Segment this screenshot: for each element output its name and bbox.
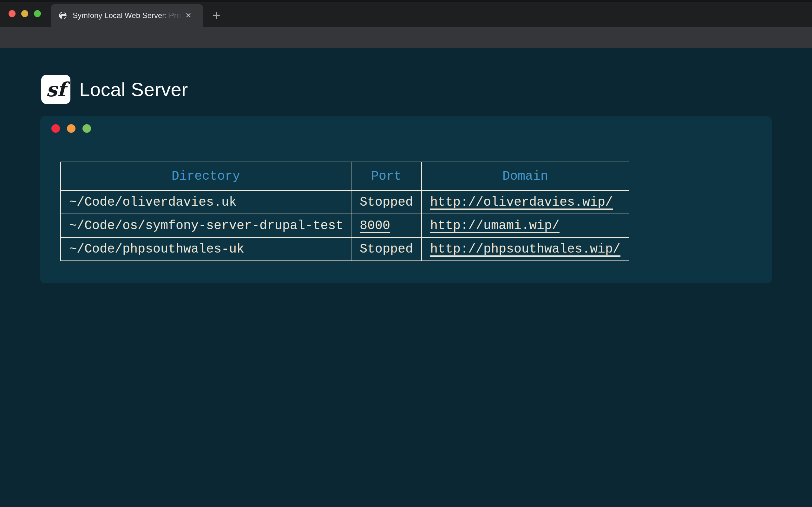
table-row: ~/Code/phpsouthwales-uk Stopped http://p… (61, 237, 629, 261)
symfony-logo: sf (41, 75, 70, 104)
port-link[interactable]: 8000 (360, 219, 390, 233)
domain-cell: http://umami.wip/ (421, 214, 629, 237)
tab-title: Symfony Local Web Server: Prox (72, 11, 182, 20)
domain-link[interactable]: http://umami.wip/ (430, 219, 560, 233)
directory-cell: ~/Code/phpsouthwales-uk (61, 237, 351, 261)
panel-dot-green (83, 124, 91, 133)
window-close-button[interactable] (9, 10, 15, 17)
servers-table: Directory Port Domain ~/Code/oliverdavie… (60, 162, 629, 261)
port-status: Stopped (351, 237, 421, 261)
page-content: sf Local Server Directory Port Domain ~/… (0, 48, 812, 507)
panel-dot-red (51, 124, 60, 133)
new-tab-button[interactable]: + (209, 8, 224, 23)
browser-tab[interactable]: Symfony Local Web Server: Prox × (51, 4, 203, 27)
domain-cell: http://oliverdavies.wip/ (421, 190, 629, 214)
window-zoom-button[interactable] (34, 10, 41, 17)
table-row: ~/Code/oliverdavies.uk Stopped http://ol… (61, 190, 629, 214)
window-controls (9, 10, 41, 17)
port-status: Stopped (351, 190, 421, 214)
domain-link[interactable]: http://oliverdavies.wip/ (430, 195, 613, 210)
browser-toolbar: localhost:7080 •••| U V A h (0, 27, 812, 48)
page-title: Local Server (79, 78, 188, 101)
globe-icon (58, 11, 67, 20)
panel-window-dots (51, 124, 91, 133)
window-minimize-button[interactable] (21, 10, 28, 17)
header-port: Port (351, 162, 421, 190)
symfony-logo-text: sf (46, 78, 66, 101)
tab-strip: Symfony Local Web Server: Prox × + (0, 0, 812, 27)
port-cell: 8000 (351, 214, 421, 237)
server-panel: Directory Port Domain ~/Code/oliverdavie… (40, 116, 772, 283)
brand-header: sf Local Server (41, 75, 188, 104)
panel-dot-orange (67, 124, 75, 133)
directory-cell: ~/Code/oliverdavies.uk (61, 190, 351, 214)
header-directory: Directory (61, 162, 351, 190)
table-header-row: Directory Port Domain (61, 162, 629, 190)
tab-close-icon[interactable]: × (183, 10, 194, 21)
header-domain: Domain (421, 162, 629, 190)
domain-cell: http://phpsouthwales.wip/ (421, 237, 629, 261)
domain-link[interactable]: http://phpsouthwales.wip/ (430, 242, 620, 257)
directory-cell: ~/Code/os/symfony-server-drupal-test (61, 214, 351, 237)
table-row: ~/Code/os/symfony-server-drupal-test 800… (61, 214, 629, 237)
